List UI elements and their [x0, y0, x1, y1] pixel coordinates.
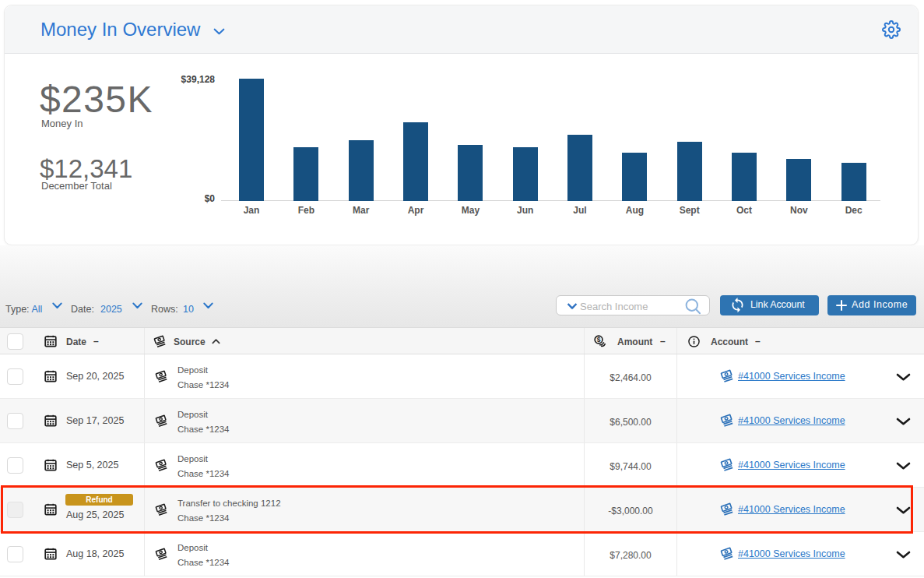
svg-text:$: $ [597, 336, 601, 344]
